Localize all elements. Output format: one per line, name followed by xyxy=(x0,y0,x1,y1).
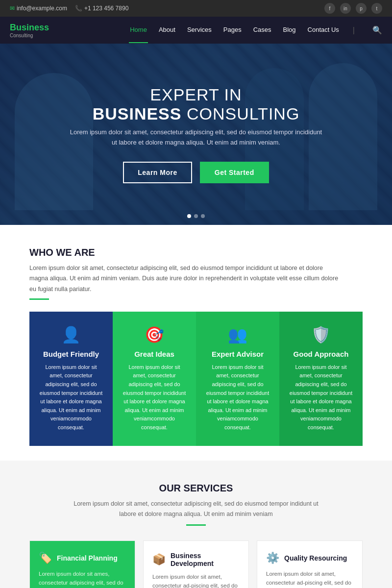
service-1-title: Financial Planning xyxy=(57,554,118,562)
service-3-header: ⚙️ Quality Resourcing xyxy=(266,552,353,564)
services-underline xyxy=(186,524,206,526)
card-4-text: Lorem ipsum dolor sit amet, consectetur … xyxy=(288,363,354,432)
nav-blog[interactable]: Blog xyxy=(282,17,297,43)
services-title: OUR SERVICES xyxy=(29,483,363,494)
hero-dots xyxy=(187,214,205,218)
contact-info: ✉ info@example.com 📞 +1 123 456 7890 xyxy=(10,5,128,12)
service-2-text: Lorem ipsum dolor sit amet, consectetur … xyxy=(152,572,240,588)
services-grid: 🏷️ Financial Planning Lorem ipsum dolor … xyxy=(29,540,363,588)
service-2-title: Business Development xyxy=(171,552,240,567)
logo-sub: Consulting xyxy=(10,33,49,38)
card-2-icon: 🎯 xyxy=(122,325,187,344)
hero-content: EXPERT IN BUSINESS CONSULTING Lorem ipsu… xyxy=(59,85,333,183)
card-4-icon: 🛡️ xyxy=(288,325,354,344)
card-1-title: Budget Friendly xyxy=(38,350,104,358)
learn-more-button[interactable]: Learn More xyxy=(123,162,192,183)
logo[interactable]: Business Consulting xyxy=(10,23,49,38)
hero-section: EXPERT IN BUSINESS CONSULTING Lorem ipsu… xyxy=(0,44,392,225)
hero-bold: BUSINESS xyxy=(93,104,182,123)
services-subtitle: Lorem ipsum dolor sit amet, consectetur … xyxy=(74,499,318,520)
card-2-text: Lorem ipsum dolor sit amet, consectetur … xyxy=(122,363,187,432)
feature-cards: 👤 Budget Friendly Lorem ipsum dolor sit … xyxy=(29,312,363,446)
facebook-icon[interactable]: f xyxy=(324,3,335,14)
card-1-icon: 👤 xyxy=(38,325,104,344)
instagram-icon[interactable]: in xyxy=(340,3,351,14)
card-3-icon: 👥 xyxy=(205,325,270,344)
card-great-ideas: 🎯 Great Ideas Lorem ipsum dolor sit amet… xyxy=(113,312,196,446)
nav-links: Home About Services Pages Cases Blog Con… xyxy=(129,17,382,43)
service-2-icon: 📦 xyxy=(152,553,166,566)
who-we-are-section: WHO WE ARE Lorem ipsum dolor sit amet, c… xyxy=(0,225,392,461)
nav-about[interactable]: About xyxy=(158,17,176,43)
who-title: WHO WE ARE xyxy=(29,247,363,258)
services-section: OUR SERVICES Lorem ipsum dolor sit amet,… xyxy=(0,461,392,588)
service-3-title: Quality Resourcing xyxy=(284,554,347,562)
hero-buttons: Learn More Get Started xyxy=(69,162,323,183)
service-financial-planning: 🏷️ Financial Planning Lorem ipsum dolor … xyxy=(29,540,135,588)
dot-1[interactable] xyxy=(187,214,191,218)
nav-services[interactable]: Services xyxy=(186,17,213,43)
card-3-title: Expert Advisor xyxy=(205,350,270,358)
service-1-header: 🏷️ Financial Planning xyxy=(39,552,126,564)
email-info: ✉ info@example.com xyxy=(10,5,67,12)
social-links: f in p t xyxy=(324,3,382,14)
services-header: OUR SERVICES Lorem ipsum dolor sit amet,… xyxy=(29,483,363,526)
service-1-icon: 🏷️ xyxy=(39,552,52,564)
service-business-development: 📦 Business Development Lorem ipsum dolor… xyxy=(143,540,249,588)
search-icon[interactable]: 🔍 xyxy=(372,25,382,35)
hero-title: EXPERT IN BUSINESS CONSULTING xyxy=(69,85,323,123)
hero-subtitle: Lorem ipsum dolor sit amet, consectetur … xyxy=(69,127,323,148)
service-quality-resourcing: ⚙️ Quality Resourcing Lorem ipsum dolor … xyxy=(257,540,363,588)
nav-home[interactable]: Home xyxy=(129,17,148,43)
pinterest-icon[interactable]: p xyxy=(356,3,367,14)
card-4-title: Good Approach xyxy=(288,350,354,358)
mail-icon: ✉ xyxy=(10,5,15,12)
card-good-approach: 🛡️ Good Approach Lorem ipsum dolor sit a… xyxy=(279,312,363,446)
nav-cases[interactable]: Cases xyxy=(252,17,272,43)
service-2-header: 📦 Business Development xyxy=(152,552,240,567)
dot-2[interactable] xyxy=(194,214,198,218)
service-3-text: Lorem ipsum dolor sit amet, consectetur … xyxy=(266,569,353,588)
hero-consulting: CONSULTING xyxy=(187,104,299,123)
logo-name: Business xyxy=(10,23,49,33)
title-underline xyxy=(29,298,49,300)
top-bar: ✉ info@example.com 📞 +1 123 456 7890 f i… xyxy=(0,0,392,17)
who-text: Lorem ipsum dolor sit amet, consectetur … xyxy=(29,263,343,294)
main-nav: Business Consulting Home About Services … xyxy=(0,17,392,44)
service-3-icon: ⚙️ xyxy=(266,552,279,564)
nav-pages[interactable]: Pages xyxy=(222,17,243,43)
service-1-text: Lorem ipsum dolor sit ames, consectetur … xyxy=(39,569,126,588)
get-started-button[interactable]: Get Started xyxy=(200,162,269,183)
dot-3[interactable] xyxy=(201,214,205,218)
nav-contact[interactable]: Contact Us xyxy=(307,17,340,43)
card-3-text: Lorem ipsum dolor sit amet, consectetur … xyxy=(205,363,270,432)
card-2-title: Great Ideas xyxy=(122,350,187,358)
phone-info: 📞 +1 123 456 7890 xyxy=(75,5,128,12)
twitter-icon[interactable]: t xyxy=(371,3,382,14)
nav-divider: | xyxy=(353,26,355,35)
card-1-text: Lorem ipsum dolor sit amet, consectetur … xyxy=(38,363,104,432)
card-expert-advisor: 👥 Expert Advisor Lorem ipsum dolor sit a… xyxy=(196,312,279,446)
card-budget-friendly: 👤 Budget Friendly Lorem ipsum dolor sit … xyxy=(29,312,113,446)
phone-icon: 📞 xyxy=(75,5,82,12)
